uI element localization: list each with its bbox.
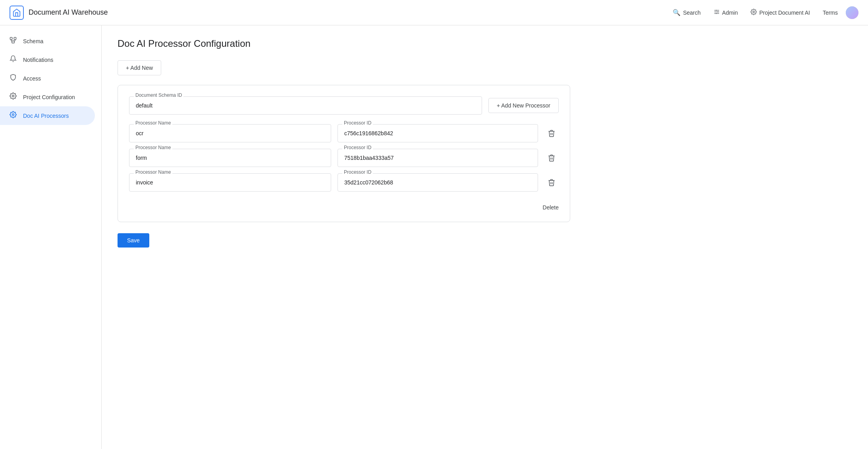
sidebar-item-access-label: Access	[23, 75, 41, 82]
delete-config-link[interactable]: Delete	[543, 204, 559, 211]
main-content: Doc AI Processor Configuration + Add New…	[102, 25, 868, 449]
processor-name-input-1[interactable]	[129, 149, 331, 167]
app-header: Document AI Warehouse 🔍 Search	[0, 0, 868, 25]
delete-processor-button-2[interactable]	[544, 175, 559, 190]
logo-icon	[10, 6, 24, 20]
svg-point-16	[12, 95, 14, 97]
schema-id-wrapper: Document Schema ID	[129, 96, 482, 115]
search-nav-item[interactable]: 🔍 Search	[668, 6, 705, 19]
config-card: Document Schema ID + Add New Processor P…	[118, 85, 570, 222]
trash-icon-0	[548, 129, 556, 137]
admin-nav-label: Admin	[722, 10, 738, 16]
svg-point-17	[12, 114, 14, 116]
project-nav-label: Project Document AI	[759, 10, 810, 16]
processor-id-wrapper-0: Processor ID	[338, 124, 538, 142]
sidebar-item-project-config[interactable]: Project Configuration	[0, 88, 95, 106]
header-nav: 🔍 Search Admin	[668, 6, 858, 20]
access-icon	[10, 74, 17, 83]
doc-ai-icon	[10, 111, 17, 120]
processor-row-1: Processor Name Processor ID	[129, 149, 559, 167]
app-title: Document AI Warehouse	[29, 8, 108, 17]
project-nav-item[interactable]: Project Document AI	[746, 6, 815, 20]
trash-icon-1	[548, 154, 556, 162]
processor-id-label-2: Processor ID	[342, 169, 373, 175]
sidebar-item-project-config-label: Project Configuration	[23, 94, 75, 100]
svg-rect-11	[14, 37, 16, 39]
processor-name-wrapper-2: Processor Name	[129, 173, 331, 192]
user-avatar[interactable]	[846, 6, 858, 19]
logo-area[interactable]: Document AI Warehouse	[10, 6, 108, 20]
admin-icon	[714, 9, 720, 17]
save-button[interactable]: Save	[118, 233, 149, 248]
schema-id-input[interactable]	[129, 96, 482, 115]
schema-id-label: Document Schema ID	[134, 92, 183, 98]
svg-rect-10	[10, 37, 12, 39]
project-gear-icon	[750, 9, 757, 17]
terms-nav-item[interactable]: Terms	[818, 6, 843, 19]
sidebar-item-doc-ai-processors[interactable]: Doc AI Processors	[0, 106, 95, 125]
sidebar-item-schema-label: Schema	[23, 38, 43, 44]
trash-icon-2	[548, 178, 556, 186]
delete-processor-button-1[interactable]	[544, 151, 559, 165]
processor-id-input-1[interactable]	[338, 149, 538, 167]
search-nav-label: Search	[683, 10, 700, 16]
sidebar-item-notifications[interactable]: Notifications	[0, 50, 95, 69]
delete-processor-button-0[interactable]	[544, 126, 559, 140]
sidebar-item-doc-ai-label: Doc AI Processors	[23, 113, 69, 119]
add-new-button[interactable]: + Add New	[118, 60, 161, 75]
processor-name-input-0[interactable]	[129, 124, 331, 142]
processor-id-label-0: Processor ID	[342, 120, 373, 126]
search-icon: 🔍	[673, 9, 681, 16]
processor-id-input-0[interactable]	[338, 124, 538, 142]
processor-name-label-1: Processor Name	[134, 145, 172, 150]
processor-row-2: Processor Name Processor ID	[129, 173, 559, 192]
svg-point-7	[717, 11, 718, 12]
admin-nav-item[interactable]: Admin	[709, 6, 743, 20]
processor-row-0: Processor Name Processor ID	[129, 124, 559, 142]
processor-id-wrapper-1: Processor ID	[338, 149, 538, 167]
schema-icon	[10, 36, 17, 46]
sidebar: Schema Notifications Access Project Conf…	[0, 25, 102, 449]
sidebar-item-access[interactable]: Access	[0, 69, 95, 88]
page-title: Doc AI Processor Configuration	[118, 38, 852, 49]
svg-rect-12	[12, 41, 14, 43]
sidebar-item-schema[interactable]: Schema	[0, 32, 95, 50]
processor-name-wrapper-0: Processor Name	[129, 124, 331, 142]
processor-id-label-1: Processor ID	[342, 145, 373, 150]
svg-point-6	[716, 10, 717, 11]
processor-name-label-2: Processor Name	[134, 169, 172, 175]
terms-nav-label: Terms	[823, 10, 838, 16]
processor-name-input-2[interactable]	[129, 173, 331, 192]
sidebar-item-notifications-label: Notifications	[23, 57, 53, 63]
schema-row: Document Schema ID + Add New Processor	[129, 96, 559, 115]
project-config-icon	[10, 92, 17, 102]
processor-id-input-2[interactable]	[338, 173, 538, 192]
bell-icon	[10, 55, 17, 64]
processor-name-label-0: Processor Name	[134, 120, 172, 126]
card-footer: Delete	[129, 198, 559, 211]
svg-point-8	[716, 13, 717, 14]
add-new-processor-button[interactable]: + Add New Processor	[488, 98, 559, 113]
processor-id-wrapper-2: Processor ID	[338, 173, 538, 192]
processor-name-wrapper-1: Processor Name	[129, 149, 331, 167]
svg-point-9	[753, 11, 754, 13]
